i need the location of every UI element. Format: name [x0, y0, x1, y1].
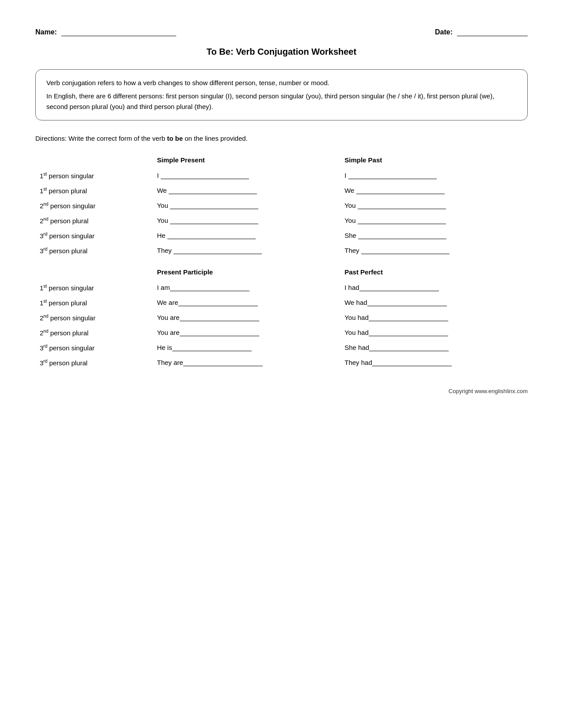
table-row: 2nd person singularYou You	[35, 198, 528, 213]
col-header-present-participle: Present Participle	[152, 266, 340, 280]
sp-fill-line[interactable]	[169, 194, 257, 194]
past-perfect-cell[interactable]: You had	[340, 325, 528, 340]
col-header-simple-present: Simple Present	[152, 154, 340, 168]
past-perfect-cell[interactable]: We had	[340, 295, 528, 310]
person-cell: 1st person plural	[35, 295, 152, 310]
simple-past-cell[interactable]: We	[340, 183, 528, 198]
spast-fill-line[interactable]	[358, 239, 446, 239]
sp-fill-line[interactable]	[167, 239, 256, 239]
simple-past-cell[interactable]: I	[340, 168, 528, 183]
person-cell: 3rd person plural	[35, 355, 152, 370]
conjugation-table-1: Simple Present Simple Past 1st person si…	[35, 154, 528, 258]
date-input-line[interactable]	[457, 26, 528, 36]
present-participle-cell[interactable]: They are	[152, 355, 340, 370]
info-line1: Verb conjugation refers to how a verb ch…	[46, 78, 517, 88]
simple-past-cell[interactable]: You	[340, 213, 528, 228]
table-row: 3rd person pluralThey They	[35, 243, 528, 258]
person-cell: 1st person plural	[35, 183, 152, 198]
spast-fill-line[interactable]	[348, 179, 437, 179]
directions: Directions: Write the correct form of th…	[35, 134, 528, 144]
simple-past-cell[interactable]: They	[340, 243, 528, 258]
header-row: Name: Date:	[35, 26, 528, 36]
sp-fill-line[interactable]	[174, 254, 262, 254]
name-input-line[interactable]	[61, 26, 176, 36]
info-line2: In English, there are 6 different person…	[46, 91, 517, 112]
pp-fill-line[interactable]	[180, 321, 259, 321]
page-title: To Be: Verb Conjugation Worksheet	[35, 47, 528, 57]
simple-present-cell[interactable]: He	[152, 228, 340, 243]
present-participle-cell[interactable]: We are	[152, 295, 340, 310]
person-cell: 2nd person plural	[35, 213, 152, 228]
spast-fill-line[interactable]	[358, 209, 446, 209]
conjugation-table-2: Present Participle Past Perfect 1st pers…	[35, 266, 528, 370]
past-perf-fill-line[interactable]	[367, 306, 447, 306]
date-label: Date:	[435, 28, 453, 36]
person-cell: 3rd person singular	[35, 228, 152, 243]
spast-fill-line[interactable]	[356, 194, 445, 194]
past-perf-fill-line[interactable]	[359, 291, 439, 291]
table-row: 1st person singularI I	[35, 168, 528, 183]
present-participle-cell[interactable]: You are	[152, 310, 340, 325]
sp-fill-line[interactable]	[170, 209, 258, 209]
past-perfect-cell[interactable]: She had	[340, 340, 528, 355]
copyright: Copyright www.englishlinx.com	[35, 388, 528, 394]
present-participle-cell[interactable]: I am	[152, 280, 340, 295]
pp-fill-line[interactable]	[180, 336, 259, 336]
spast-fill-line[interactable]	[361, 254, 450, 254]
verb-bold: to be	[167, 135, 183, 142]
past-perf-fill-line[interactable]	[369, 321, 448, 321]
col-header-person-1	[35, 154, 152, 168]
pp-fill-line[interactable]	[170, 291, 249, 291]
spast-fill-line[interactable]	[358, 224, 446, 224]
sp-fill-line[interactable]	[170, 224, 258, 224]
sp-fill-line[interactable]	[161, 179, 249, 179]
person-cell: 3rd person singular	[35, 340, 152, 355]
person-cell: 2nd person plural	[35, 325, 152, 340]
date-field: Date:	[435, 26, 528, 36]
table-row: 2nd person singularYou areYou had	[35, 310, 528, 325]
pp-fill-line[interactable]	[178, 306, 258, 306]
table-row: 3rd person pluralThey areThey had	[35, 355, 528, 370]
person-cell: 1st person singular	[35, 168, 152, 183]
past-perf-fill-line[interactable]	[369, 351, 449, 351]
simple-present-cell[interactable]: You	[152, 198, 340, 213]
past-perfect-cell[interactable]: You had	[340, 310, 528, 325]
past-perfect-cell[interactable]: I had	[340, 280, 528, 295]
past-perf-fill-line[interactable]	[372, 366, 452, 366]
table-row: 2nd person pluralYou You	[35, 213, 528, 228]
col-header-past-perfect: Past Perfect	[340, 266, 528, 280]
simple-past-cell[interactable]: You	[340, 198, 528, 213]
person-cell: 2nd person singular	[35, 310, 152, 325]
table-row: 1st person pluralWe We	[35, 183, 528, 198]
col-header-simple-past: Simple Past	[340, 154, 528, 168]
table-row: 2nd person pluralYou areYou had	[35, 325, 528, 340]
past-perfect-cell[interactable]: They had	[340, 355, 528, 370]
simple-present-cell[interactable]: We	[152, 183, 340, 198]
table-row: 1st person singularI amI had	[35, 280, 528, 295]
person-cell: 1st person singular	[35, 280, 152, 295]
past-perf-fill-line[interactable]	[369, 336, 448, 336]
info-box: Verb conjugation refers to how a verb ch…	[35, 69, 528, 120]
present-participle-cell[interactable]: You are	[152, 325, 340, 340]
simple-present-cell[interactable]: You	[152, 213, 340, 228]
simple-present-cell[interactable]: I	[152, 168, 340, 183]
name-label: Name:	[35, 28, 57, 36]
simple-past-cell[interactable]: She	[340, 228, 528, 243]
table-row: 3rd person singularHe isShe had	[35, 340, 528, 355]
simple-present-cell[interactable]: They	[152, 243, 340, 258]
present-participle-cell[interactable]: He is	[152, 340, 340, 355]
col-header-person-2	[35, 266, 152, 280]
pp-fill-line[interactable]	[183, 366, 263, 366]
table-row: 3rd person singularHe She	[35, 228, 528, 243]
table-row: 1st person pluralWe areWe had	[35, 295, 528, 310]
person-cell: 3rd person plural	[35, 243, 152, 258]
person-cell: 2nd person singular	[35, 198, 152, 213]
name-field: Name:	[35, 26, 176, 36]
pp-fill-line[interactable]	[172, 351, 252, 351]
